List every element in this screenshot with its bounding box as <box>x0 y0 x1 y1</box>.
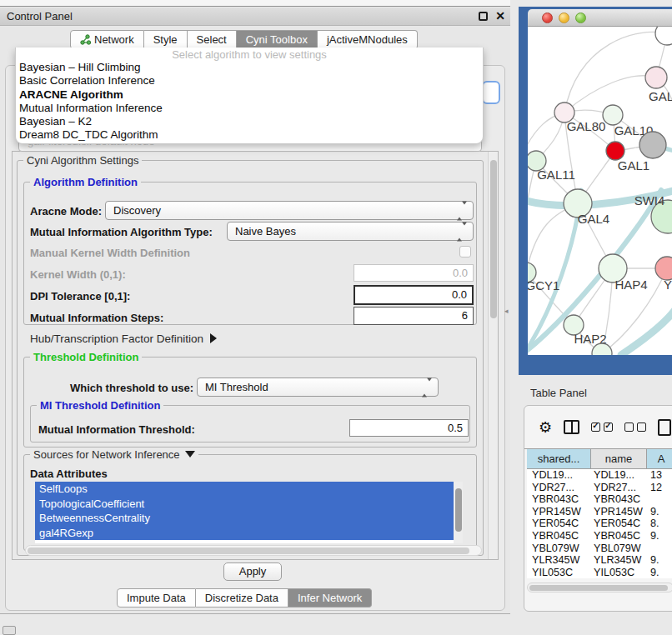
data-attribute-item[interactable]: SelfLoops <box>35 482 454 497</box>
algorithm-option[interactable]: Bayesian – Hill Climbing <box>16 61 483 74</box>
table-cell: 13 <box>647 469 672 482</box>
attributes-vertical-scrollbar[interactable] <box>454 482 463 543</box>
network-node[interactable] <box>603 105 623 125</box>
panel-divider-collapse-arrow[interactable]: ◂ <box>504 307 509 315</box>
table-cell: YDR27... <box>591 482 647 494</box>
mi-type-combo[interactable]: Naive Bayes <box>227 222 474 241</box>
kernel-width-field[interactable]: 0.0 <box>354 264 474 282</box>
dpi-tolerance-label: DPI Tolerance [0,1]: <box>30 290 130 302</box>
network-node[interactable] <box>645 67 667 88</box>
network-node[interactable] <box>655 257 672 280</box>
table-row[interactable]: YDL19...YDL19...13 <box>527 469 672 482</box>
table-cell: 8. <box>647 518 672 530</box>
network-node-label: GAL1 <box>618 158 649 172</box>
network-edge-highlighted[interactable] <box>621 308 672 355</box>
column-header-cut[interactable]: A <box>647 449 672 469</box>
minimize-traffic-light[interactable] <box>559 12 569 23</box>
mi-steps-field[interactable]: 6 <box>354 307 474 325</box>
deselect-all-icon[interactable] <box>624 422 646 432</box>
combo-arrows-icon <box>422 378 432 396</box>
table-cell: YDL19... <box>527 469 591 482</box>
cyni-algorithm-settings-title: Cyni Algorithm Settings <box>23 154 142 167</box>
network-canvas[interactable]: GALGAL80GAL10GAL1GAL11GAL4SWI4GCY1HAP4YH… <box>528 27 672 355</box>
mi-steps-label: Mutual Information Steps: <box>30 312 163 324</box>
table-cell: YER054C <box>591 518 647 530</box>
attributes-scrollbar-thumb[interactable] <box>455 488 462 532</box>
tab-select[interactable]: Select <box>188 30 237 49</box>
tab-cyni-toolbox[interactable]: Cyni Toolbox <box>237 30 318 49</box>
tab-network[interactable]: Network <box>70 30 144 49</box>
network-node[interactable] <box>639 132 666 158</box>
data-attribute-item[interactable]: gal4RGexp <box>35 526 454 541</box>
mi-type-label: Mutual Information Algorithm Type: <box>30 226 213 238</box>
tab-style[interactable]: Style <box>144 30 188 49</box>
aracne-mode-combo[interactable]: Discovery <box>105 201 474 220</box>
algorithm-option[interactable]: Basic Correlation Inference <box>16 74 483 88</box>
table-row[interactable]: YDR27...YDR27...12 <box>527 482 672 494</box>
mi-threshold-field[interactable]: 0.5 <box>349 419 469 437</box>
apply-button[interactable]: Apply <box>223 562 282 581</box>
attributes-hscrollbar-thumb[interactable] <box>28 548 469 554</box>
gear-icon[interactable]: ⚙ <box>539 418 552 437</box>
table-cell: YBL079W <box>591 542 647 555</box>
network-graph[interactable]: GALGAL80GAL10GAL1GAL11GAL4SWI4GCY1HAP4YH… <box>528 27 672 355</box>
float-window-icon[interactable] <box>479 12 488 21</box>
attributes-horizontal-scrollbar[interactable] <box>25 545 482 556</box>
network-edge[interactable] <box>528 161 536 272</box>
table-row[interactable]: YIL053CYIL053C9. <box>527 567 672 579</box>
tab-infer-network[interactable]: Infer Network <box>288 588 372 608</box>
close-traffic-light[interactable] <box>542 12 553 23</box>
algorithm-definition-title: Algorithm Definition <box>30 176 141 188</box>
algorithm-option[interactable]: ARACNE Algorithm <box>16 88 483 102</box>
app-root: Control Panel ✕ Network Style Select Cyn… <box>0 0 672 635</box>
zoom-traffic-light[interactable] <box>575 12 586 23</box>
select-all-icon[interactable] <box>591 422 613 432</box>
table-hscrollbar-thumb[interactable] <box>529 585 668 591</box>
algorithm-option[interactable]: Dream8 DC_TDC Algorithm <box>16 128 483 142</box>
inference-algorithm-combo-edge[interactable] <box>482 81 500 104</box>
tab-impute-data[interactable]: Impute Data <box>117 588 196 608</box>
combo-arrows-icon <box>457 222 467 240</box>
network-view-window[interactable]: GALGAL80GAL10GAL1GAL11GAL4SWI4GCY1HAP4YH… <box>519 7 672 375</box>
table-row[interactable]: YBR045CYBR045C9. <box>527 530 672 542</box>
algorithm-option[interactable]: Mutual Information Inference <box>16 102 483 115</box>
table-row[interactable]: YER054CYER054C8. <box>527 518 672 530</box>
hub-section-toggle[interactable]: Hub/Transcription Factor Definition <box>30 332 217 345</box>
column-header-shared-name[interactable]: shared... <box>527 449 591 469</box>
corner-mini-icon[interactable] <box>3 626 16 635</box>
which-threshold-combo[interactable]: MI Threshold <box>197 378 439 397</box>
table-row[interactable]: YBR043CYBR043C <box>527 493 672 506</box>
dpi-tolerance-field[interactable]: 0.0 <box>354 285 474 305</box>
network-window-titlebar[interactable] <box>528 9 672 27</box>
data-attributes-label: Data Attributes <box>30 468 108 480</box>
tab-impute-data-label: Impute Data <box>127 592 186 604</box>
network-node-label: HAP4 <box>614 278 647 292</box>
column-header-name[interactable]: name <box>591 449 647 469</box>
sources-group-title[interactable]: Sources for Network Inference <box>30 448 198 461</box>
table-row[interactable]: YPR145WYPR145W9. <box>527 506 672 518</box>
tab-infer-network-label: Infer Network <box>298 592 362 604</box>
table-horizontal-scrollbar[interactable] <box>527 582 672 592</box>
control-panel-titlebar[interactable]: Control Panel ✕ <box>0 8 510 26</box>
manual-kernel-label: Manual Kernel Width Definition <box>30 247 190 259</box>
algorithm-option[interactable]: Bayesian – K2 <box>16 115 483 128</box>
network-node-label: SWI4 <box>634 193 665 208</box>
table-row[interactable]: YLR345WYLR345W9. <box>527 554 672 567</box>
tab-jactivemnodules[interactable]: jActiveMNodules <box>318 30 418 49</box>
new-table-icon[interactable] <box>658 419 671 436</box>
split-columns-icon[interactable] <box>564 420 579 434</box>
network-node[interactable] <box>606 142 624 160</box>
close-icon[interactable]: ✕ <box>495 9 505 22</box>
data-attribute-item[interactable]: TopologicalCoefficient <box>35 497 454 512</box>
settings-scrollbar-thumb[interactable] <box>490 160 497 318</box>
table-cell: YLR345W <box>527 554 591 567</box>
network-node[interactable] <box>655 27 672 45</box>
manual-kernel-checkbox[interactable] <box>459 246 471 258</box>
tab-discretize-data[interactable]: Discretize Data <box>196 588 288 608</box>
settings-vertical-scrollbar[interactable] <box>488 152 498 559</box>
mi-threshold-label: Mutual Information Threshold: <box>38 423 195 436</box>
tab-discretize-data-label: Discretize Data <box>205 592 278 604</box>
table-row[interactable]: YBL079WYBL079W <box>527 542 672 555</box>
data-attribute-item[interactable]: BetweennessCentrality <box>35 511 454 526</box>
tab-network-label: Network <box>94 33 134 46</box>
